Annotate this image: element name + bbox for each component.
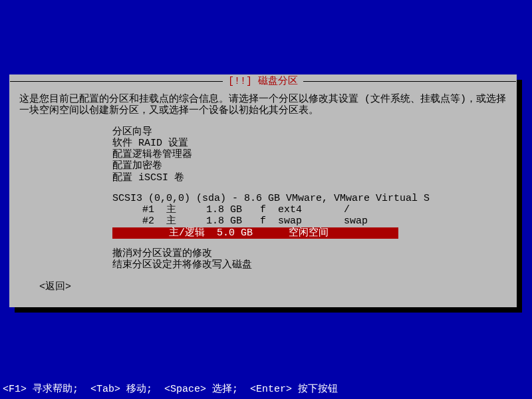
dialog-title-bar: [!!] 磁盘分区 bbox=[10, 75, 516, 86]
title-border bbox=[10, 81, 223, 82]
disk-header[interactable]: SCSI3 (0,0,0) (sda) - 8.6 GB VMware, VMw… bbox=[112, 193, 507, 204]
menu-lvm[interactable]: 配置逻辑卷管理器 bbox=[112, 149, 507, 160]
partition-1[interactable]: #1 主 1.8 GB f ext4 / bbox=[112, 204, 507, 215]
undo-changes[interactable]: 撤消对分区设置的修改 bbox=[112, 248, 507, 259]
action-block: 撤消对分区设置的修改 结束分区设定并将修改写入磁盘 bbox=[112, 248, 507, 271]
menu-block: 分区向导 软件 RAID 设置 配置逻辑卷管理器 配置加密卷 配置 iSCSI … bbox=[112, 126, 507, 184]
title-border bbox=[303, 81, 516, 82]
menu-guided-partitioning[interactable]: 分区向导 bbox=[112, 126, 507, 138]
menu-raid[interactable]: 软件 RAID 设置 bbox=[112, 138, 507, 149]
finish-partitioning[interactable]: 结束分区设定并将修改写入磁盘 bbox=[112, 259, 507, 271]
disk-block: SCSI3 (0,0,0) (sda) - 8.6 GB VMware, VMw… bbox=[112, 193, 507, 239]
footer-help: <F1> 寻求帮助; <Tab> 移动; <Space> 选择; <Enter>… bbox=[3, 382, 338, 395]
intro-text: 这是您目前已配置的分区和挂载点的综合信息。请选择一个分区以修改其设置 (文件系统… bbox=[19, 94, 507, 117]
menu-iscsi[interactable]: 配置 iSCSI 卷 bbox=[112, 172, 507, 184]
partition-dialog: [!!] 磁盘分区 这是您目前已配置的分区和挂载点的综合信息。请选择一个分区以修… bbox=[9, 74, 517, 307]
menu-encrypted[interactable]: 配置加密卷 bbox=[112, 160, 507, 172]
dialog-body: 这是您目前已配置的分区和挂载点的综合信息。请选择一个分区以修改其设置 (文件系统… bbox=[19, 94, 507, 293]
dialog-title: [!!] 磁盘分区 bbox=[223, 74, 303, 87]
partition-2[interactable]: #2 主 1.8 GB f swap swap bbox=[112, 215, 507, 227]
partition-free-space[interactable]: 主/逻辑 5.0 GB 空闲空间 bbox=[112, 227, 398, 239]
back-button[interactable]: <返回> bbox=[39, 280, 507, 293]
